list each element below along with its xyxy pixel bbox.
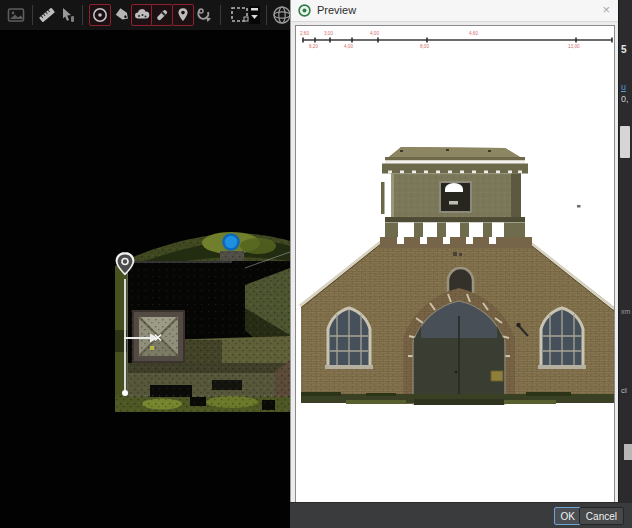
window-select-dropdown-icon[interactable] [248,4,261,26]
application-window: Preview × 2,603,004,004, [0,0,632,528]
church-facade [300,147,614,405]
preview-canvas: 2,603,004,004,606,204,008,0013,00 [295,25,615,503]
image-icon[interactable] [5,4,27,26]
blue-point-marker[interactable] [224,235,239,250]
svg-text:2,60: 2,60 [300,31,309,36]
panel-value-fragment: 0, [621,94,629,104]
panel-text-fragment: 5 [621,44,627,55]
dialog-footer: OK Cancel [290,502,632,528]
bell-window [440,182,471,212]
svg-text:8,00: 8,00 [420,44,429,49]
svg-text:6,20: 6,20 [309,44,318,49]
panel-button-edge[interactable] [624,444,632,460]
toolbar-separator [220,5,221,25]
preview-dialog: Preview × 2,603,004,004, [290,0,618,528]
toolbar [0,0,290,31]
cancel-button[interactable]: Cancel [579,507,624,525]
location-pin-icon[interactable] [172,4,194,26]
limit-box-icon[interactable] [89,4,111,26]
select-cursor-icon[interactable] [57,4,79,26]
toolbar-separator [266,5,267,25]
svg-text:3,00: 3,00 [324,31,333,36]
svg-text:4,00: 4,00 [370,31,379,36]
measure-endpoint-dot[interactable] [122,390,128,396]
svg-text:4,60: 4,60 [469,31,478,36]
orbit-icon[interactable] [193,4,215,26]
panel-text-fragment: cl [621,386,627,395]
marker-pen-icon[interactable] [151,4,173,26]
measure-ruler-icon[interactable] [36,4,58,26]
panel-scrollbar-thumb[interactable] [620,126,630,158]
measure-ruler: 2,603,004,004,606,204,008,0013,00 [300,31,612,49]
close-icon[interactable]: × [602,2,610,17]
plaque [491,371,503,381]
point-cloud-icon[interactable] [131,4,153,26]
svg-text:4,00: 4,00 [344,44,353,49]
toolbar-separator [82,5,83,25]
pointcloud-top-viewport[interactable] [0,30,290,528]
ok-button[interactable]: OK [554,507,582,525]
dialog-title: Preview [317,4,356,16]
properties-panel-edge: 5 u 0, xm cl [618,0,632,502]
scan-artifact-dot [577,205,581,208]
bell-tower [380,147,532,248]
dialog-titlebar[interactable]: Preview × [291,0,618,22]
panel-link-fragment[interactable]: u [621,82,626,92]
toolbar-separator [32,5,33,25]
church-elevation-drawing: 2,603,004,004,606,204,008,0013,00 [296,26,614,502]
pointcloud-top-scene [0,30,290,528]
svg-text:13,00: 13,00 [568,44,580,49]
target-icon [298,4,311,17]
panel-text-fragment: xm [621,308,630,315]
